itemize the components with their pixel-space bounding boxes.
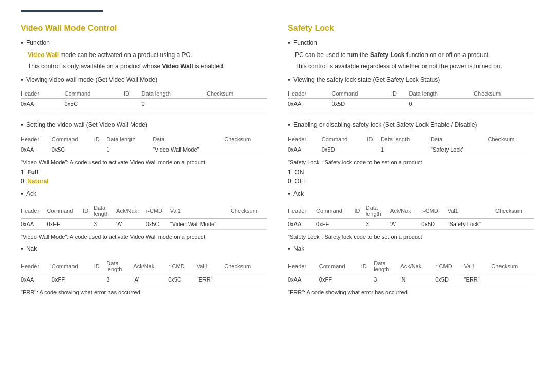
left-nak-th-command: Command xyxy=(52,258,94,274)
right-set-table: Header Command ID Data length Data Check… xyxy=(288,135,534,155)
right-set-table-section: Header Command ID Data length Data Check… xyxy=(288,135,534,155)
left-ack-td-rcmd: 0x5C xyxy=(146,219,170,230)
left-ack-data-row: 0xAA 0xFF 3 'A' 0x5C "Video Wall Mode" xyxy=(21,219,267,230)
safety-lock-highlight-1: Safety Lock xyxy=(370,51,404,59)
left-func-text1-post: mode can be activated on a product using… xyxy=(60,51,192,59)
left-function-label: Function xyxy=(26,38,50,47)
main-content: Video Wall Mode Control • Function Video… xyxy=(21,24,534,298)
right-ack-td-datalength: 3 xyxy=(366,219,390,230)
left-get-bullet: • Viewing video wall mode (Get Video Wal… xyxy=(21,75,267,85)
left-get-td-command: 0x5C xyxy=(65,99,124,109)
bullet-dot-4: • xyxy=(21,189,23,199)
right-set-td-data: "Safety Lock" xyxy=(431,144,488,155)
left-ack-bullet: • Ack xyxy=(21,189,267,199)
right-set-th-data: Data xyxy=(431,135,488,144)
right-function-text1: PC can be used to turn the Safety Lock f… xyxy=(295,50,534,60)
left-set-td-checksum xyxy=(224,144,267,155)
bullet-dot-r4: • xyxy=(288,189,290,199)
right-column: Safety Lock • Function PC can be used to… xyxy=(288,24,534,298)
right-nak-td-datalength: 3 xyxy=(374,274,400,285)
right-ack-th-header: Header xyxy=(288,203,316,219)
left-ack-td-header: 0xAA xyxy=(21,219,47,230)
left-ack-label: Ack xyxy=(26,189,36,198)
left-set-th-id: ID xyxy=(94,135,107,144)
left-set-td-header: 0xAA xyxy=(21,144,52,155)
left-value1-label: 1: xyxy=(21,169,27,176)
right-ack-th-acknak: Ack/Nak xyxy=(390,203,422,219)
left-divider-1 xyxy=(21,115,267,115)
right-get-td-datalength: 0 xyxy=(409,99,474,109)
right-ack-bullet: • Ack xyxy=(288,189,534,199)
left-ack-th-checksum: Checksum xyxy=(231,203,267,219)
right-ack-th-val1: Val1 xyxy=(448,203,495,219)
right-ack-th-command: Command xyxy=(316,203,354,219)
left-ack-td-checksum xyxy=(231,219,267,230)
left-get-th-datalength: Data length xyxy=(142,89,207,99)
left-nak-td-rcmd: 0x5C xyxy=(168,274,196,285)
right-set-td-header: 0xAA xyxy=(288,144,322,155)
right-get-th-command: Command xyxy=(332,89,391,99)
right-nak-label: Nak xyxy=(293,244,304,253)
right-ack-table-section: Header Command ID Datalength Ack/Nak r-C… xyxy=(288,203,534,230)
right-nak-table: Header Command ID Datalength Ack/Nak r-C… xyxy=(288,258,534,285)
right-ack-table: Header Command ID Datalength Ack/Nak r-C… xyxy=(288,203,534,230)
right-nak-th-command: Command xyxy=(319,258,361,274)
left-get-table-section: Header Command ID Data length Checksum 0… xyxy=(21,89,267,109)
left-ack-th-datalength: Datalength xyxy=(94,203,116,219)
right-get-table: Header Command ID Data length Checksum 0… xyxy=(288,89,534,109)
right-get-td-header: 0xAA xyxy=(288,99,332,109)
right-set-label: Enabling or disabling safety lock (Set S… xyxy=(293,120,477,129)
left-get-th-header: Header xyxy=(21,89,65,99)
right-set-bullet: • Enabling or disabling safety lock (Set… xyxy=(288,120,534,130)
bullet-dot-5: • xyxy=(21,244,23,254)
left-set-td-command: 0x5C xyxy=(52,144,94,155)
left-nak-td-id xyxy=(94,274,107,285)
right-ack-td-command: 0xFF xyxy=(316,219,354,230)
left-get-td-header: 0xAA xyxy=(21,99,65,109)
right-get-table-section: Header Command ID Data length Checksum 0… xyxy=(288,89,534,109)
left-note2: "Video Wall Mode": A code used to activa… xyxy=(21,234,267,240)
right-set-data-row: 0xAA 0x5D 1 "Safety Lock" xyxy=(288,144,534,155)
left-nak-td-header: 0xAA xyxy=(21,274,52,285)
left-get-th-command: Command xyxy=(65,89,124,99)
left-function-text2: This control is only available on a prod… xyxy=(28,62,267,71)
right-nak-th-rcmd: r-CMD xyxy=(435,258,464,274)
left-nak-bullet: • Nak xyxy=(21,244,267,254)
left-ack-td-acknak: 'A' xyxy=(116,219,146,230)
right-get-header-row: Header Command ID Data length Checksum xyxy=(288,89,534,99)
bullet-dot-r1: • xyxy=(288,38,290,48)
right-get-th-header: Header xyxy=(288,89,332,99)
right-value1: 1: ON xyxy=(288,169,534,176)
right-ack-label: Ack xyxy=(293,189,304,198)
left-ack-td-datalength: 3 xyxy=(94,219,116,230)
left-nak-th-acknak: Ack/Nak xyxy=(133,258,168,274)
right-nak-td-checksum xyxy=(491,274,534,285)
video-wall-highlight-1: Video Wall xyxy=(28,51,59,59)
left-nak-td-val1: "ERR" xyxy=(197,274,225,285)
right-nak-th-checksum: Checksum xyxy=(491,258,534,274)
right-nak-th-acknak: Ack/Nak xyxy=(400,258,435,274)
right-get-td-id xyxy=(391,99,409,109)
left-get-td-id xyxy=(124,99,142,109)
left-value2: 0: Natural xyxy=(21,178,267,185)
left-ack-table-section: Header Command ID Datalength Ack/Nak r-C… xyxy=(21,203,267,230)
right-nak-td-id xyxy=(361,274,374,285)
left-column: Video Wall Mode Control • Function Video… xyxy=(21,24,267,298)
left-get-data-row: 0xAA 0x5C 0 xyxy=(21,99,267,109)
left-get-td-checksum xyxy=(207,99,267,109)
left-nak-td-checksum xyxy=(224,274,267,285)
left-set-th-header: Header xyxy=(21,135,52,144)
left-func-text2-pre: This control is only available on a prod… xyxy=(28,63,162,70)
left-nak-th-rcmd: r-CMD xyxy=(168,258,196,274)
bullet-dot-1: • xyxy=(21,38,23,48)
left-set-label: Setting the video wall (Set Video Wall M… xyxy=(26,120,147,129)
right-get-td-command: 0x5D xyxy=(332,99,391,109)
left-nak-th-val1: Val1 xyxy=(197,258,225,274)
right-set-td-id xyxy=(367,144,381,155)
right-ack-th-checksum: Checksum xyxy=(495,203,534,219)
right-ack-th-id: ID xyxy=(354,203,365,219)
right-ack-td-rcmd: 0x5D xyxy=(421,219,447,230)
left-ack-table: Header Command ID Datalength Ack/Nak r-C… xyxy=(21,203,267,230)
right-set-header-row: Header Command ID Data length Data Check… xyxy=(288,135,534,144)
left-ack-header-row: Header Command ID Datalength Ack/Nak r-C… xyxy=(21,203,267,219)
